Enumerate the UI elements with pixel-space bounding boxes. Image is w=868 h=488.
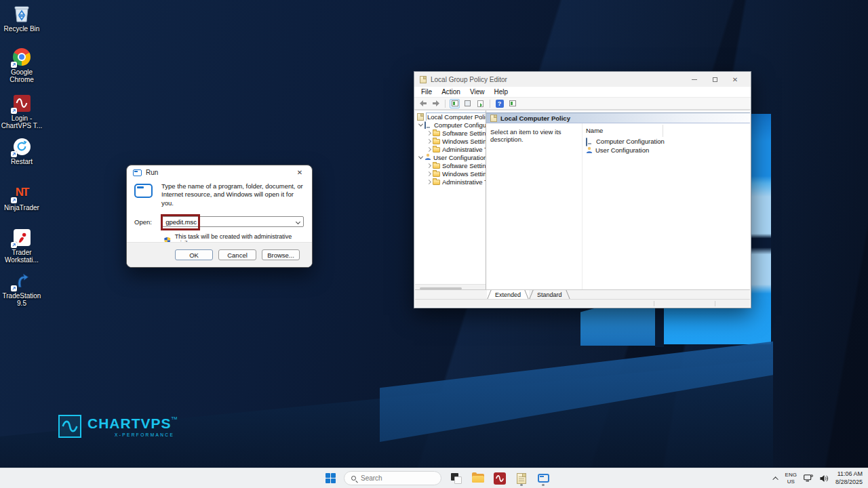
- tree-node-administrative-templates[interactable]: Administrative Templates: [415, 145, 486, 153]
- view-tabs: Extended Standard: [415, 289, 750, 299]
- menu-action[interactable]: Action: [437, 88, 465, 96]
- desktop-icon-label: Trader Workstati...: [1, 249, 43, 264]
- folder-icon: [433, 180, 440, 185]
- gpedit-toolbar: ?: [414, 98, 751, 110]
- export-list-icon[interactable]: [475, 99, 486, 108]
- cancel-button[interactable]: Cancel: [218, 249, 256, 260]
- console-window-icon[interactable]: [507, 99, 517, 108]
- show-hidden-icons-chevron[interactable]: [772, 476, 778, 482]
- taskbar-app-chartvps[interactable]: [493, 471, 507, 486]
- gpedit-app-icon: [420, 76, 427, 83]
- close-button[interactable]: ✕: [725, 72, 745, 87]
- desktop-icon-google-chrome[interactable]: Google Chrome: [0, 47, 43, 83]
- language-indicator[interactable]: ENG US: [785, 472, 797, 484]
- chevron-down-icon[interactable]: [296, 220, 300, 224]
- folder-icon: [433, 147, 440, 152]
- taskbar-app-file-explorer[interactable]: [471, 471, 485, 486]
- tab-standard[interactable]: Standard: [529, 290, 570, 299]
- search-input[interactable]: [361, 474, 429, 482]
- search-icon: [351, 476, 356, 481]
- shortcut-arrow-icon: [11, 62, 17, 68]
- status-bar: [415, 299, 750, 307]
- selection-description: Select an item to view its description.: [486, 123, 583, 291]
- user-configuration-icon: [425, 153, 431, 161]
- tree-node-windows-settings[interactable]: Windows Settings: [415, 137, 486, 145]
- tab-extended[interactable]: Extended: [487, 290, 529, 299]
- run-app-icon: [538, 474, 549, 483]
- open-combobox[interactable]: [162, 216, 304, 227]
- expand-chevron-icon[interactable]: [427, 146, 431, 151]
- desktop-icon-restart[interactable]: Restart: [0, 137, 43, 165]
- desktop-icon-recycle-bin[interactable]: Recycle Bin: [0, 4, 43, 33]
- tree-node-software-settings[interactable]: Software Settings: [415, 129, 486, 137]
- desktop-icon-ninjatrader[interactable]: NT NinjaTrader: [0, 183, 43, 211]
- maximize-button[interactable]: [705, 72, 725, 87]
- show-console-tree-icon[interactable]: [450, 99, 460, 108]
- policy-icon: [417, 113, 424, 121]
- run-titlebar[interactable]: Run ✕: [127, 165, 312, 180]
- expand-chevron-icon[interactable]: [427, 179, 431, 184]
- tree-node-computer-configuration[interactable]: Computer Configuration: [415, 121, 486, 129]
- recycle-bin-icon: [12, 4, 31, 23]
- ok-button[interactable]: OK: [175, 249, 213, 260]
- watermark-brand: CHARTVPS: [87, 415, 172, 431]
- menu-help[interactable]: Help: [489, 88, 513, 96]
- taskbar-app-run[interactable]: [536, 471, 550, 486]
- desktop-icon-trader-workstation[interactable]: Trader Workstati...: [0, 228, 43, 264]
- collapse-chevron-icon[interactable]: [418, 121, 423, 126]
- run-message: Type the name of a program, folder, docu…: [161, 182, 304, 207]
- expand-chevron-icon[interactable]: [427, 138, 431, 143]
- folder-icon: [433, 171, 440, 177]
- close-icon[interactable]: ✕: [294, 169, 306, 176]
- gpedit-titlebar[interactable]: Local Group Policy Editor ✕: [414, 72, 751, 87]
- desktop-icon-label: Google Chrome: [1, 68, 43, 83]
- column-header-name[interactable]: Name: [583, 127, 750, 137]
- volume-icon[interactable]: [820, 474, 829, 483]
- expand-chevron-icon[interactable]: [427, 171, 431, 176]
- shortcut-arrow-icon: [11, 285, 17, 291]
- annotation-highlight-box: [161, 214, 200, 230]
- clock-time: 11:06 AM: [835, 470, 863, 478]
- desktop-icon-login-chartvps[interactable]: Login - ChartVPS T...: [0, 94, 43, 129]
- collapse-chevron-icon[interactable]: [418, 154, 423, 159]
- desktop-icon-label: Recycle Bin: [1, 25, 43, 33]
- run-dialog-title: Run: [146, 169, 158, 176]
- tree-node-local-computer-policy[interactable]: Local Computer Policy: [415, 113, 486, 121]
- open-label: Open:: [134, 218, 162, 226]
- network-icon[interactable]: [804, 474, 813, 482]
- chartvps-watermark: CHARTVPSTM X-PERFORMANCE: [58, 415, 177, 438]
- taskbar-app-desktops[interactable]: [450, 471, 463, 486]
- chartvps-app-icon: [494, 472, 506, 485]
- taskbar: ENG US 11:06 AM 8/28/2025: [0, 468, 868, 488]
- browse-button[interactable]: Browse...: [262, 249, 300, 260]
- taskbar-app-gpedit[interactable]: [515, 471, 528, 486]
- back-icon[interactable]: [418, 99, 428, 108]
- properties-icon[interactable]: [462, 99, 473, 108]
- menu-file[interactable]: File: [416, 88, 437, 96]
- list-item-user-configuration[interactable]: User Configuration: [583, 146, 750, 155]
- expand-chevron-icon[interactable]: [427, 163, 431, 167]
- shortcut-arrow-icon: [11, 151, 17, 157]
- gpedit-console-tree: Local Computer Policy Computer Configura…: [415, 110, 486, 291]
- folder-icon: [433, 163, 440, 169]
- expand-chevron-icon[interactable]: [427, 130, 431, 135]
- taskbar-search[interactable]: [344, 471, 441, 485]
- list-item-computer-configuration[interactable]: Computer Configuration: [583, 137, 750, 146]
- forward-icon[interactable]: [431, 99, 441, 108]
- tree-node-administrative-templates-user[interactable]: Administrative Templates: [415, 178, 486, 186]
- tree-node-windows-settings-user[interactable]: Windows Settings: [415, 169, 486, 178]
- tree-node-user-configuration[interactable]: User Configuration: [415, 153, 486, 161]
- taskbar-clock[interactable]: 11:06 AM 8/28/2025: [835, 470, 863, 486]
- help-icon[interactable]: ?: [494, 99, 505, 108]
- tree-node-software-settings-user[interactable]: Software Settings: [415, 161, 486, 169]
- minimize-button[interactable]: [684, 72, 705, 87]
- start-button[interactable]: [326, 473, 336, 483]
- gpedit-window: Local Group Policy Editor ✕ File Action …: [414, 71, 751, 308]
- gpedit-window-title: Local Group Policy Editor: [431, 76, 507, 83]
- folder-icon: [433, 139, 440, 144]
- running-indicator: [542, 484, 545, 486]
- stacked-windows-icon: [451, 473, 462, 484]
- desktop-icon-tradestation[interactable]: TradeStation 9.5: [0, 271, 43, 307]
- desktop-icon-label: TradeStation 9.5: [1, 292, 43, 307]
- menu-view[interactable]: View: [465, 88, 490, 96]
